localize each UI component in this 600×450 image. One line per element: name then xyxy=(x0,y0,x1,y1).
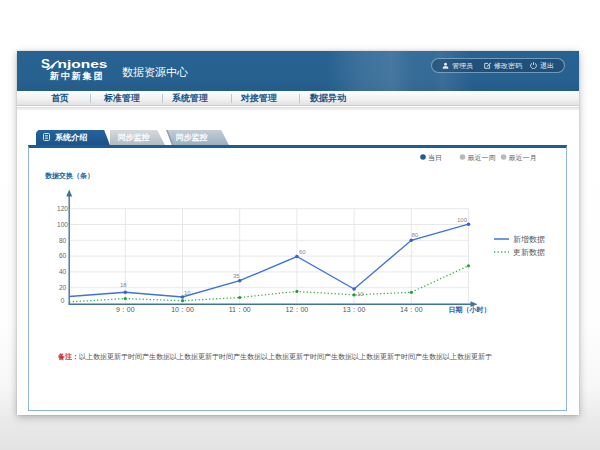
svg-text:60: 60 xyxy=(299,249,306,255)
svg-text:新增数据: 新增数据 xyxy=(513,235,545,244)
svg-text:11：00: 11：00 xyxy=(229,306,251,313)
svg-text:100: 100 xyxy=(457,217,468,223)
svg-text:10: 10 xyxy=(184,290,191,296)
svg-text:当日: 当日 xyxy=(428,154,442,162)
svg-text:14：00: 14：00 xyxy=(400,306,423,313)
svg-text:0: 0 xyxy=(61,297,65,304)
svg-text:120: 120 xyxy=(57,205,68,212)
svg-text:80: 80 xyxy=(412,232,419,238)
svg-text:10: 10 xyxy=(357,291,364,297)
svg-text:最近一月: 最近一月 xyxy=(509,154,537,162)
svg-text:60: 60 xyxy=(59,252,67,259)
svg-text:日期（小时）: 日期（小时） xyxy=(449,306,491,314)
svg-text:20: 20 xyxy=(59,284,67,291)
svg-text:10：00: 10：00 xyxy=(171,306,194,313)
svg-text:35: 35 xyxy=(233,273,240,279)
svg-text:数据交换（条）: 数据交换（条） xyxy=(45,171,94,180)
svg-text:更新数据: 更新数据 xyxy=(513,248,545,257)
svg-text:最近一周: 最近一周 xyxy=(468,154,496,161)
svg-text:18: 18 xyxy=(120,282,127,288)
svg-text:40: 40 xyxy=(59,268,67,275)
svg-text:9：00: 9：00 xyxy=(116,306,135,313)
svg-text:80: 80 xyxy=(59,237,67,244)
svg-text:100: 100 xyxy=(57,221,68,228)
svg-text:12：00: 12：00 xyxy=(286,306,309,313)
svg-text:13：00: 13：00 xyxy=(343,306,366,313)
